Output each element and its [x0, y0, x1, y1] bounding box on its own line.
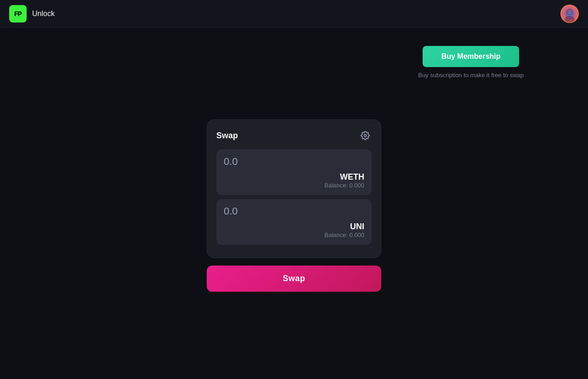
swap-header: Swap: [216, 129, 372, 142]
from-token-name: WETH: [340, 172, 364, 182]
settings-button[interactable]: [359, 129, 372, 142]
from-amount-input[interactable]: [224, 156, 364, 168]
buy-membership-button[interactable]: Buy Membership: [423, 46, 519, 67]
from-token-balance: Balance: 0.000: [324, 182, 364, 189]
navbar-left: FP Unlock: [9, 5, 55, 23]
nav-title: Unlock: [32, 10, 55, 18]
to-token-info: UNI Balance: 0.000: [224, 222, 364, 238]
swap-action-button[interactable]: Swap: [207, 266, 381, 292]
svg-point-2: [565, 16, 575, 23]
to-amount-input[interactable]: [224, 205, 364, 217]
membership-subtitle: Buy subscription to make it free to swap: [418, 72, 524, 79]
to-token-box: UNI Balance: 0.000: [216, 199, 372, 245]
logo-icon[interactable]: FP: [9, 5, 27, 23]
from-token-right: WETH Balance: 0.000: [324, 172, 364, 189]
swap-card: Swap WETH Balance: 0.000: [207, 119, 381, 258]
svg-point-4: [364, 135, 367, 137]
from-token-box: WETH Balance: 0.000: [216, 149, 372, 195]
swap-title: Swap: [216, 131, 238, 141]
membership-panel: Buy Membership Buy subscription to make …: [418, 46, 524, 79]
to-token-name: UNI: [350, 222, 364, 232]
swap-widget: Swap WETH Balance: 0.000: [207, 119, 381, 292]
from-token-info: WETH Balance: 0.000: [224, 172, 364, 189]
gear-icon: [361, 131, 370, 140]
main-content: Buy Membership Buy subscription to make …: [0, 28, 588, 379]
svg-point-3: [567, 9, 572, 14]
to-token-right: UNI Balance: 0.000: [324, 222, 364, 238]
navbar: FP Unlock: [0, 0, 588, 28]
to-token-balance: Balance: 0.000: [324, 232, 364, 238]
avatar[interactable]: [560, 5, 579, 23]
